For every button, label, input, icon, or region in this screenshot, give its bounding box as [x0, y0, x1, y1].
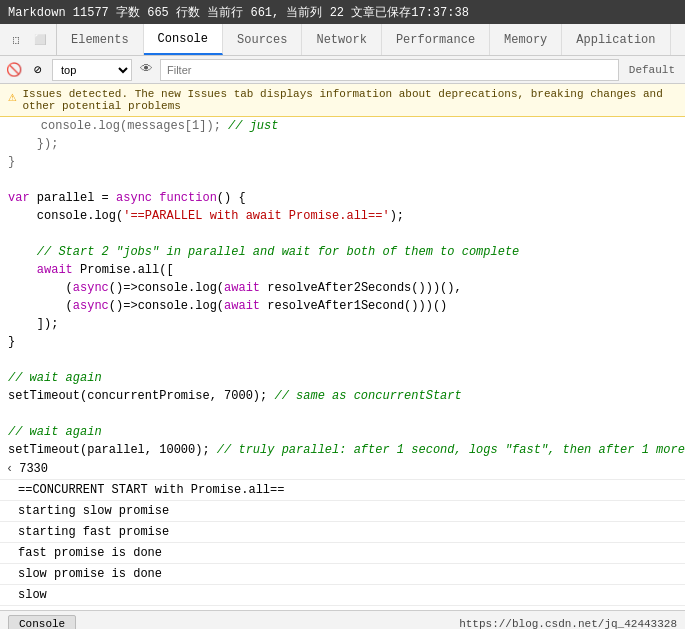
code-line: var parallel = async function() {	[0, 189, 685, 207]
output-text: starting slow promise	[18, 502, 169, 520]
warning-bar: ⚠ Issues detected. The new Issues tab di…	[0, 84, 685, 117]
code-line	[0, 225, 685, 243]
warning-icon: ⚠	[8, 88, 16, 105]
code-line: setTimeout(concurrentPromise, 7000); // …	[0, 387, 685, 405]
console-output-line: starting slow promise	[0, 501, 685, 522]
default-label: Default	[623, 64, 681, 76]
tab-security[interactable]: Security	[671, 24, 685, 55]
code-line: await Promise.all([	[0, 261, 685, 279]
code-line: }	[0, 153, 685, 171]
code-line	[0, 351, 685, 369]
left-arrow-icon: ‹	[6, 460, 13, 478]
code-line	[0, 405, 685, 423]
code-line: });	[0, 135, 685, 153]
inspect-icon[interactable]: ⬚	[6, 30, 26, 50]
tab-elements[interactable]: Elements	[57, 24, 144, 55]
context-select[interactable]: top	[52, 59, 132, 81]
tabs-list: Elements Console Sources Network Perform…	[57, 24, 685, 55]
output-value: 7330	[19, 460, 48, 478]
console-output-line: ==CONCURRENT START with Promise.all==	[0, 480, 685, 501]
clear-console-icon[interactable]: 🚫	[4, 60, 24, 80]
stop-icon[interactable]: ⊘	[28, 60, 48, 80]
code-line: // wait again	[0, 369, 685, 387]
tab-sources[interactable]: Sources	[223, 24, 302, 55]
code-line: (async()=>console.log(await resolveAfter…	[0, 279, 685, 297]
code-line: (async()=>console.log(await resolveAfter…	[0, 297, 685, 315]
output-text: starting fast promise	[18, 523, 169, 541]
tab-console[interactable]: Console	[144, 24, 223, 55]
title-text: Markdown 11577 字数 665 行数 当前行 661, 当前列 22…	[8, 4, 469, 21]
tab-application[interactable]: Application	[562, 24, 670, 55]
code-line: console.log(messages[1]); // just	[0, 117, 685, 135]
code-line: setTimeout(parallel, 10000); // truly pa…	[0, 441, 685, 459]
output-text: ==CONCURRENT START with Promise.all==	[18, 481, 284, 499]
code-line: // wait again	[0, 423, 685, 441]
console-tab-label[interactable]: Console	[8, 615, 76, 630]
code-line: }	[0, 333, 685, 351]
console-output-line: fast promise is done	[0, 543, 685, 564]
console-output-line: starting fast promise	[0, 522, 685, 543]
console-output-arrow: ‹ 7330	[0, 459, 685, 480]
tab-performance[interactable]: Performance	[382, 24, 490, 55]
eye-icon[interactable]: 👁	[136, 60, 156, 80]
filter-bar: 🚫 ⊘ top 👁 Default	[0, 56, 685, 84]
tab-bar: ⬚ ⬜ Elements Console Sources Network Per…	[0, 24, 685, 56]
output-text: fast promise is done	[18, 544, 162, 562]
tab-icons: ⬚ ⬜	[0, 24, 57, 55]
tab-network[interactable]: Network	[302, 24, 381, 55]
tab-memory[interactable]: Memory	[490, 24, 562, 55]
code-line: console.log('==PARALLEL with await Promi…	[0, 207, 685, 225]
title-bar: Markdown 11577 字数 665 行数 当前行 661, 当前列 22…	[0, 0, 685, 24]
code-line: ]);	[0, 315, 685, 333]
console-output-line: slow	[0, 585, 685, 606]
filter-input[interactable]	[160, 59, 619, 81]
output-text: slow	[18, 586, 47, 604]
console-output-line: slow promise is done	[0, 564, 685, 585]
code-line	[0, 171, 685, 189]
code-area[interactable]: console.log(messages[1]); // just }); } …	[0, 117, 685, 610]
warning-text: Issues detected. The new Issues tab disp…	[22, 88, 677, 112]
code-line: // Start 2 "jobs" in parallel and wait f…	[0, 243, 685, 261]
status-bar: Console https://blog.csdn.net/jq_4244332…	[0, 610, 685, 629]
status-url: https://blog.csdn.net/jq_42443328	[459, 618, 677, 630]
output-text: slow promise is done	[18, 565, 162, 583]
device-toggle-icon[interactable]: ⬜	[30, 30, 50, 50]
output-text: fast	[18, 607, 47, 610]
